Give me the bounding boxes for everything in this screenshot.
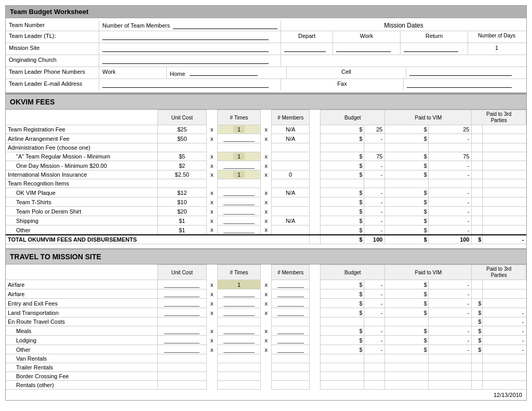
x-symbol2: x	[261, 289, 272, 299]
members-field[interactable]	[272, 317, 310, 326]
row-desc: Team Registration Fee	[6, 125, 157, 134]
members-field[interactable]	[272, 289, 310, 299]
third-dollar: $	[472, 336, 483, 345]
unit-cost[interactable]	[157, 289, 206, 299]
members-field[interactable]: 0	[272, 170, 310, 179]
members-field[interactable]	[272, 207, 310, 216]
times-field[interactable]	[217, 381, 261, 390]
members-field[interactable]	[272, 226, 310, 235]
total-label: TOTAL OKUMVIM FEES AND DISBURSEMENTS	[6, 235, 310, 244]
budget-dollar: $	[321, 326, 364, 336]
times-field[interactable]	[217, 354, 261, 363]
depart-value[interactable]	[281, 43, 333, 55]
times-field[interactable]	[217, 161, 261, 170]
times-field[interactable]	[217, 299, 261, 308]
x-symbol: x	[206, 299, 217, 308]
members-field[interactable]	[272, 354, 310, 363]
phone-cell-field[interactable]	[406, 67, 526, 78]
members-field[interactable]: N/A	[272, 134, 310, 143]
table-row: Shipping $1 x x N/A $ - $ -	[6, 216, 526, 226]
third-dollar	[472, 354, 483, 363]
times-field[interactable]	[217, 345, 261, 354]
third-val	[483, 280, 526, 289]
mission-site-field[interactable]	[99, 43, 281, 55]
members-field[interactable]	[272, 299, 310, 308]
x-symbol	[206, 317, 217, 326]
members-field[interactable]: N/A	[272, 188, 310, 197]
members-field[interactable]	[272, 152, 310, 161]
times-field[interactable]	[217, 317, 261, 326]
row-desc: Other	[6, 345, 157, 354]
times-field[interactable]	[217, 326, 261, 336]
times-field[interactable]	[217, 188, 261, 197]
x-symbol2: x	[261, 134, 272, 143]
row-desc: One Day Mission - Minimum $20.00	[6, 161, 157, 170]
unit-cost[interactable]	[157, 381, 206, 390]
members-field[interactable]	[272, 197, 310, 207]
times-field[interactable]	[217, 197, 261, 207]
members-field[interactable]: N/A	[272, 216, 310, 226]
team-leader-field[interactable]	[99, 31, 281, 43]
unit-cost[interactable]	[157, 299, 206, 308]
unit-cost[interactable]	[157, 308, 206, 317]
vim-dollar: $	[385, 280, 429, 289]
times-field[interactable]: 1	[217, 280, 261, 289]
members-field[interactable]	[272, 308, 310, 317]
times-field[interactable]: 1	[217, 125, 261, 134]
vim-dollar	[385, 179, 429, 188]
unit-cost[interactable]	[157, 345, 206, 354]
col-budget: Budget	[321, 110, 385, 125]
members-field[interactable]	[272, 336, 310, 345]
times-field[interactable]	[217, 363, 261, 372]
return-value[interactable]	[401, 43, 468, 55]
third-val	[483, 134, 526, 143]
unit-cost[interactable]	[157, 372, 206, 381]
num-members-field[interactable]	[173, 22, 277, 29]
fax-field[interactable]	[404, 79, 526, 90]
times-field[interactable]	[217, 226, 261, 235]
x-symbol2: x	[261, 280, 272, 289]
budget-val: -	[364, 134, 385, 143]
unit-cost[interactable]	[157, 336, 206, 345]
x-symbol: x	[206, 188, 217, 197]
work-value[interactable]	[333, 43, 401, 55]
times-field[interactable]	[217, 134, 261, 143]
table-row: Rentals (other)	[6, 381, 526, 390]
unit-cost[interactable]	[157, 280, 206, 289]
unit-cost[interactable]	[157, 317, 206, 326]
members-field[interactable]	[272, 363, 310, 372]
times-field[interactable]	[217, 289, 261, 299]
members-field[interactable]	[272, 161, 310, 170]
third-dollar	[472, 143, 483, 152]
times-field[interactable]	[217, 336, 261, 345]
row-desc: Airfare	[6, 280, 157, 289]
vim-val: -	[428, 345, 472, 354]
x-symbol: x	[206, 326, 217, 336]
total-row: TOTAL OKUMVIM FEES AND DISBURSEMENTS $ 1…	[6, 235, 526, 244]
budget-val: -	[364, 170, 385, 179]
times-field[interactable]	[217, 216, 261, 226]
x-symbol2: x	[261, 207, 272, 216]
table-row: Airfare x x $ - $ -	[6, 289, 526, 299]
unit-cost[interactable]	[157, 363, 206, 372]
members-field[interactable]	[272, 381, 310, 390]
members-field[interactable]	[272, 372, 310, 381]
row-desc: En Route Travel Costs	[6, 317, 157, 326]
email-field[interactable]	[99, 79, 281, 90]
members-field[interactable]	[272, 326, 310, 336]
unit-cost[interactable]	[157, 326, 206, 336]
times-field[interactable]	[217, 308, 261, 317]
row-desc: Team T-Shirts	[6, 197, 157, 207]
orig-church-field[interactable]	[99, 55, 281, 67]
times-field[interactable]	[217, 207, 261, 216]
members-field[interactable]	[272, 345, 310, 354]
third-val	[483, 226, 526, 235]
vim-dollar	[385, 317, 429, 326]
unit-cost[interactable]	[157, 354, 206, 363]
members-field[interactable]: N/A	[272, 125, 310, 134]
times-field[interactable]: 1	[217, 170, 261, 179]
third-dollar	[472, 289, 483, 299]
times-field[interactable]: 1	[217, 152, 261, 161]
members-field[interactable]	[272, 280, 310, 289]
times-field[interactable]	[217, 372, 261, 381]
